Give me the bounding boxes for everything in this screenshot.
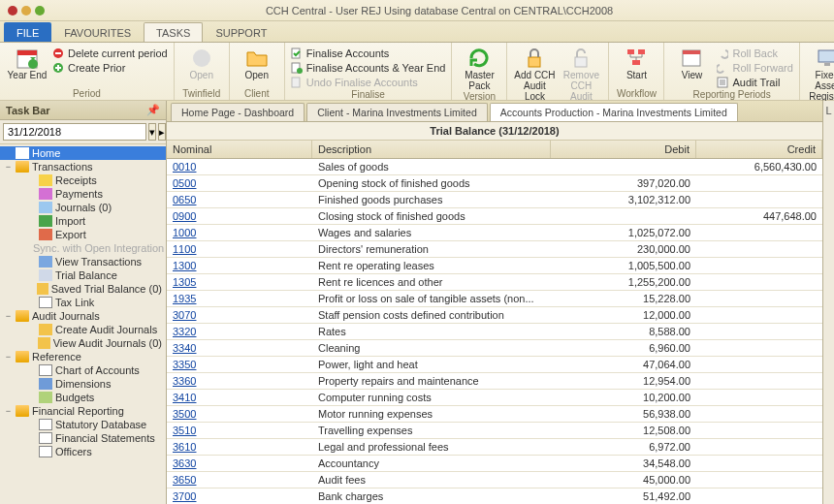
document-tab[interactable]: Client - Marina Investments Limited xyxy=(306,103,488,121)
table-row[interactable]: 3410Computer running costs10,200.00 xyxy=(167,390,822,406)
table-row[interactable]: 3700Bank charges51,492.00 xyxy=(167,488,822,504)
nominal-link[interactable]: 3320 xyxy=(173,326,196,337)
folder-open-icon xyxy=(245,47,269,70)
tree-item[interactable]: Financial Statements xyxy=(0,431,166,445)
table-row[interactable]: 1300Rent re operating leases1,005,500.00 xyxy=(167,258,822,274)
date-dropdown-button[interactable]: ▾ xyxy=(148,123,156,141)
reporting-view-button[interactable]: View xyxy=(670,45,713,80)
tree-item[interactable]: Receipts xyxy=(0,173,166,187)
table-row[interactable]: 0010Sales of goods6,560,430.00 xyxy=(167,159,822,175)
tree-item[interactable]: Create Audit Journals xyxy=(0,323,166,336)
tree-item[interactable]: −Financial Reporting xyxy=(0,404,166,418)
tree-item[interactable]: −Reference xyxy=(0,350,166,363)
finalise-yearend-button[interactable]: Finalise Accounts & Year End xyxy=(291,61,446,75)
tree-item[interactable]: View Audit Journals (0) xyxy=(0,336,166,350)
table-row[interactable]: 3070Staff pension costs defined contribu… xyxy=(167,307,822,324)
workflow-start-button[interactable]: Start xyxy=(615,45,658,80)
tree-item[interactable]: −Audit Journals xyxy=(0,309,166,323)
nominal-link[interactable]: 3700 xyxy=(173,490,196,502)
table-row[interactable]: 3360Property repairs and maintenance12,9… xyxy=(167,373,822,390)
master-pack-button[interactable]: Master Pack xyxy=(458,45,500,91)
tree-item[interactable]: View Transactions xyxy=(0,255,166,268)
nominal-link[interactable]: 0010 xyxy=(173,161,196,173)
side-peek-tab[interactable]: L xyxy=(822,101,834,504)
date-next-button[interactable]: ▸ xyxy=(158,123,166,141)
tree-item-label: Import xyxy=(55,215,85,227)
nominal-link[interactable]: 1300 xyxy=(173,260,196,271)
tree-item[interactable]: Import xyxy=(0,214,166,228)
col-header-credit[interactable]: Credit xyxy=(696,141,822,158)
nominal-link[interactable]: 1000 xyxy=(173,227,196,238)
nominal-link[interactable]: 1100 xyxy=(173,243,196,255)
tree-item[interactable]: Saved Trial Balance (0) xyxy=(0,282,166,296)
table-row[interactable]: 3340Cleaning6,960.00 xyxy=(167,340,822,357)
tree-item[interactable]: Home xyxy=(0,146,166,160)
client-open-button[interactable]: Open xyxy=(236,45,278,80)
nominal-link[interactable]: 0500 xyxy=(173,177,196,189)
tree-item[interactable]: Export xyxy=(0,228,166,241)
close-icon[interactable] xyxy=(8,6,17,16)
nominal-link[interactable]: 3340 xyxy=(173,342,196,354)
nominal-link[interactable]: 3650 xyxy=(173,474,196,486)
tree-item-label: Receipts xyxy=(55,174,97,186)
tree-item[interactable]: Sync. with Open Integration xyxy=(0,241,166,255)
nominal-link[interactable]: 3610 xyxy=(173,441,196,453)
document-tab[interactable]: Home Page - Dashboard xyxy=(171,103,305,121)
table-row[interactable]: 3320Rates8,588.00 xyxy=(167,324,822,340)
table-row[interactable]: 1000Wages and salaries1,025,072.00 xyxy=(167,225,822,241)
table-row[interactable]: 0650Finished goods purchases3,102,312.00 xyxy=(167,192,822,208)
col-header-nominal[interactable]: Nominal xyxy=(167,141,312,158)
grid-body[interactable]: 0010Sales of goods6,560,430.000500Openin… xyxy=(167,159,822,504)
nominal-link[interactable]: 3510 xyxy=(173,425,196,436)
finalise-accounts-button[interactable]: Finalise Accounts xyxy=(291,47,446,60)
audit-trail-button[interactable]: Audit Trail xyxy=(717,76,792,89)
nominal-link[interactable]: 3350 xyxy=(173,359,196,370)
tab-tasks[interactable]: TASKS xyxy=(144,22,203,42)
table-row[interactable]: 3510Travelling expenses12,508.00 xyxy=(167,423,822,439)
maximize-icon[interactable] xyxy=(35,6,45,16)
tree-item[interactable]: −Transactions xyxy=(0,160,166,173)
nominal-link[interactable]: 3070 xyxy=(173,309,196,321)
table-row[interactable]: 0900Closing stock of finished goods447,6… xyxy=(167,208,822,225)
table-row[interactable]: 1305Rent re licences and other1,255,200.… xyxy=(167,274,822,291)
nominal-link[interactable]: 1935 xyxy=(173,293,196,304)
table-row[interactable]: 1935Profit or loss on sale of tangible a… xyxy=(167,291,822,307)
tab-favourites[interactable]: FAVOURITES xyxy=(51,22,144,42)
nominal-link[interactable]: 3500 xyxy=(173,408,196,420)
nominal-link[interactable]: 0650 xyxy=(173,194,196,205)
year-end-button[interactable]: Year End xyxy=(6,45,48,80)
tree-item[interactable]: Statutory Database xyxy=(0,418,166,431)
tree-item[interactable]: Payments xyxy=(0,187,166,201)
minimize-icon[interactable] xyxy=(21,6,31,16)
tree-item[interactable]: Officers xyxy=(0,445,166,458)
col-header-debit[interactable]: Debit xyxy=(551,141,696,158)
period-date-input[interactable] xyxy=(3,123,146,141)
nominal-link[interactable]: 3410 xyxy=(173,392,196,403)
table-row[interactable]: 3650Audit fees45,000.00 xyxy=(167,472,822,488)
table-row[interactable]: 0500Opening stock of finished goods397,0… xyxy=(167,175,822,192)
nominal-link[interactable]: 3360 xyxy=(173,375,196,387)
pin-icon[interactable]: 📌 xyxy=(146,104,160,116)
table-row[interactable]: 3610Legal and professional fees6,972.00 xyxy=(167,439,822,456)
document-tab[interactable]: Accounts Production - Marina Investments… xyxy=(490,103,738,121)
tree-item[interactable]: Budgets xyxy=(0,391,166,404)
delete-period-button[interactable]: Delete current period xyxy=(52,47,168,60)
table-row[interactable]: 3350Power, light and heat47,064.00 xyxy=(167,357,822,373)
nominal-link[interactable]: 1305 xyxy=(173,276,196,288)
tab-file[interactable]: FILE xyxy=(4,22,51,42)
nominal-link[interactable]: 0900 xyxy=(173,210,196,222)
tree-item[interactable]: Tax Link xyxy=(0,296,166,309)
table-row[interactable]: 1100Directors' remuneration230,000.00 xyxy=(167,241,822,258)
add-audit-lock-button[interactable]: Add CCH Audit Lock xyxy=(513,45,556,102)
tree-item[interactable]: Chart of Accounts xyxy=(0,363,166,377)
tree-item[interactable]: Dimensions xyxy=(0,377,166,391)
tree-item[interactable]: Trial Balance xyxy=(0,268,166,282)
table-row[interactable]: 3500Motor running expenses56,938.00 xyxy=(167,406,822,423)
tree-item[interactable]: Journals (0) xyxy=(0,201,166,214)
nominal-link[interactable]: 3630 xyxy=(173,457,196,469)
table-row[interactable]: 3630Accountancy34,548.00 xyxy=(167,456,822,472)
fixed-asset-register-button[interactable]: Fixed Asset Register xyxy=(806,45,834,102)
col-header-description[interactable]: Description xyxy=(312,141,551,158)
create-prior-button[interactable]: Create Prior xyxy=(52,61,168,75)
tab-support[interactable]: SUPPORT xyxy=(203,22,279,42)
